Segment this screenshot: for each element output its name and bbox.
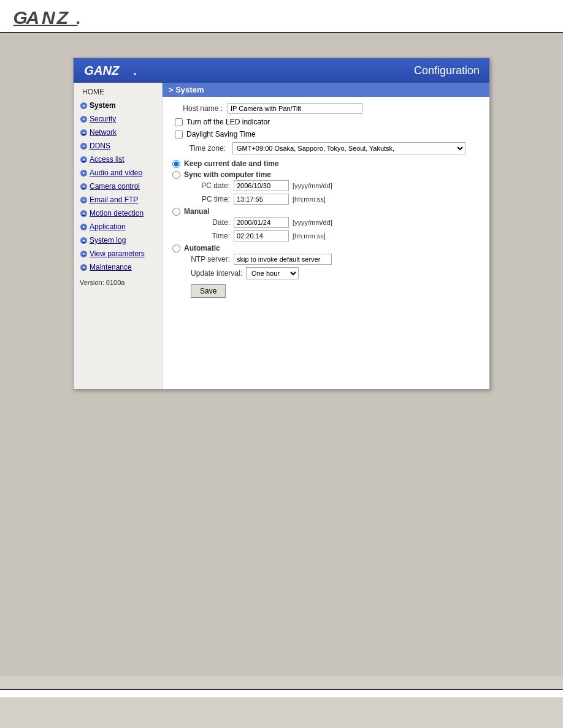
update-interval-select[interactable]: One hour Two hours Four hours Eight hour… [246, 267, 299, 279]
keep-date-radio-row: Keep current date and time [172, 159, 480, 168]
sidebar-audio-video-label: Audio and video [90, 169, 142, 177]
page-bottom-footer [0, 689, 563, 697]
config-title: Configuration [414, 64, 480, 77]
save-button[interactable]: Save [191, 284, 226, 298]
view-parameters-arrow-icon [80, 250, 87, 257]
date-input[interactable] [234, 217, 289, 228]
radio-automatic-section: Automatic NTP server: Update interval: O… [172, 244, 480, 279]
svg-rect-5 [13, 25, 78, 26]
system-arrow-icon [80, 102, 87, 109]
ntp-server-input[interactable] [234, 254, 332, 265]
config-header-logo: GANZ [83, 63, 142, 78]
daylight-checkbox-row: Daylight Saving Time [172, 130, 480, 138]
time-hint: [hh:mm:ss] [293, 232, 326, 240]
pc-date-row: PC date: [yyyy/mm/dd] [191, 180, 480, 191]
sidebar-email-ftp-label: Email and FTP [90, 195, 138, 204]
sidebar-item-security[interactable]: Security [74, 112, 162, 126]
automatic-radio[interactable] [172, 245, 180, 252]
led-checkbox[interactable] [175, 118, 183, 126]
application-arrow-icon [80, 223, 87, 230]
sidebar-access-list-label: Access list [90, 155, 124, 164]
radio-manual-section: Manual Date: [yyyy/mm/dd] Time: [172, 207, 480, 241]
radio-sync-section: Sync with computer time PC date: [yyyy/m… [172, 170, 480, 205]
manual-radio[interactable] [172, 208, 180, 216]
sidebar-item-access-list[interactable]: Access list [74, 153, 162, 166]
sidebar-item-application[interactable]: Application [74, 220, 162, 233]
time-label: Time: [191, 232, 234, 240]
daylight-checkbox[interactable] [175, 131, 183, 138]
pc-date-hint: [yyyy/mm/dd] [293, 182, 332, 189]
sidebar-item-system-log[interactable]: System log [74, 233, 162, 247]
maintenance-arrow-icon [80, 264, 87, 271]
manual-sub-fields: Date: [yyyy/mm/dd] Time: [hh:mm:ss] [172, 217, 480, 241]
sidebar-item-motion-detection[interactable]: Motion detection [74, 207, 162, 220]
sidebar-item-maintenance[interactable]: Maintenance [74, 260, 162, 274]
timezone-row: Time zone: GMT+09:00 Osaka, Sapporo, Tok… [172, 142, 480, 154]
host-name-input[interactable] [228, 103, 362, 114]
date-hint: [yyyy/mm/dd] [293, 219, 332, 226]
sidebar-item-network[interactable]: Network [74, 126, 162, 139]
timezone-label: Time zone: [190, 144, 232, 153]
sidebar-item-system[interactable]: System [74, 99, 162, 112]
pc-time-input[interactable] [234, 194, 289, 205]
sidebar-item-camera-control[interactable]: Camera control [74, 180, 162, 193]
sidebar-item-view-parameters[interactable]: View parameters [74, 247, 162, 260]
pc-time-hint: [hh:mm:ss] [293, 195, 326, 203]
led-checkbox-row: Turn off the LED indicator [172, 118, 480, 126]
ntp-server-row: NTP server: [172, 254, 480, 265]
sidebar-item-ddns[interactable]: DDNS [74, 139, 162, 153]
top-logo: G A N Z [12, 6, 551, 28]
date-label: Date: [191, 218, 234, 227]
sidebar-view-parameters-label: View parameters [90, 249, 145, 258]
version-text: Version: 0100a [74, 274, 162, 291]
sync-radio-row: Sync with computer time [172, 170, 480, 179]
email-ftp-arrow-icon [80, 196, 87, 203]
keep-date-label: Keep current date and time [184, 159, 279, 168]
svg-text:N: N [42, 7, 56, 28]
sync-computer-radio[interactable] [172, 171, 180, 179]
sidebar: HOME System Security Network DDNS [74, 83, 163, 389]
date-row: Date: [yyyy/mm/dd] [191, 217, 480, 228]
svg-point-4 [77, 21, 80, 25]
config-body: HOME System Security Network DDNS [74, 83, 489, 389]
save-row: Save [172, 284, 480, 298]
sidebar-system-label: System [90, 101, 116, 110]
pc-date-input[interactable] [234, 180, 289, 191]
ddns-arrow-icon [80, 142, 87, 150]
sync-computer-label: Sync with computer time [184, 170, 271, 179]
home-label: HOME [82, 88, 104, 96]
svg-text:Z: Z [56, 7, 69, 28]
audio-video-arrow-icon [80, 169, 87, 176]
main-content: > System Host name : Turn off the LED in… [163, 83, 489, 389]
automatic-radio-row: Automatic [172, 244, 480, 252]
led-label: Turn off the LED indicator [186, 118, 270, 126]
timezone-select[interactable]: GMT+09:00 Osaka, Sapporo, Tokyo, Seoul, … [232, 142, 465, 154]
camera-control-arrow-icon [80, 183, 87, 190]
update-interval-row: Update interval: One hour Two hours Four… [172, 267, 480, 279]
system-log-arrow-icon [80, 237, 87, 244]
radio-keep-date-section: Keep current date and time [172, 159, 480, 168]
pc-time-label: PC time: [191, 195, 234, 203]
sidebar-maintenance-label: Maintenance [90, 263, 132, 271]
network-arrow-icon [80, 129, 87, 136]
sync-sub-fields: PC date: [yyyy/mm/dd] PC time: [hh:mm:ss… [172, 180, 480, 205]
ntp-server-label: NTP server: [191, 255, 234, 264]
sidebar-camera-control-label: Camera control [90, 182, 140, 191]
host-name-label: Host name : [172, 104, 228, 113]
update-interval-label: Update interval: [191, 269, 246, 278]
sidebar-item-audio-video[interactable]: Audio and video [74, 166, 162, 180]
page-top-header: G A N Z [0, 0, 563, 33]
security-arrow-icon [80, 115, 87, 123]
daylight-label: Daylight Saving Time [186, 130, 256, 138]
section-bar: > System [163, 83, 489, 97]
section-content: Host name : Turn off the LED indicator D… [163, 97, 489, 308]
keep-date-radio[interactable] [172, 160, 180, 168]
time-row: Time: [hh:mm:ss] [191, 230, 480, 241]
automatic-label: Automatic [184, 244, 220, 252]
sidebar-item-home[interactable]: HOME [74, 85, 162, 99]
access-list-arrow-icon [80, 156, 87, 163]
sidebar-item-email-ftp[interactable]: Email and FTP [74, 193, 162, 207]
time-input[interactable] [234, 230, 289, 241]
sidebar-application-label: Application [90, 222, 126, 231]
sidebar-network-label: Network [90, 128, 117, 137]
